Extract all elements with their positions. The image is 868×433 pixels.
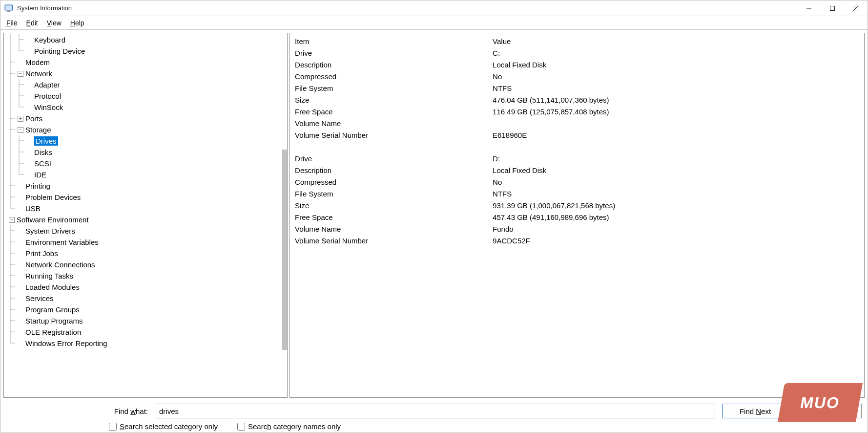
tree-item-printing[interactable]: Printing [4, 180, 287, 192]
detail-row[interactable]: DescriptionLocal Fixed Disk [295, 59, 859, 70]
tree-item-ports[interactable]: +Ports [4, 113, 287, 124]
detail-value: 457.43 GB (491,160,989,696 bytes) [493, 213, 859, 221]
detail-key: Volume Serial Number [295, 237, 493, 245]
tree-label: Network Connections [25, 260, 95, 269]
detail-row[interactable]: CompressedNo [295, 70, 859, 82]
tree-item-network[interactable]: −Network [4, 68, 287, 79]
tree-item-problem-devices[interactable]: Problem Devices [4, 192, 287, 203]
tree-label: Startup Programs [25, 317, 83, 325]
detail-row[interactable]: Size476.04 GB (511,141,007,360 bytes) [295, 94, 859, 106]
tree-item-windows-error-reporting[interactable]: Windows Error Reporting [4, 338, 287, 349]
detail-row[interactable]: DriveC: [295, 47, 859, 59]
svg-rect-3 [6, 12, 11, 12]
tree-item-network-connections[interactable]: Network Connections [4, 259, 287, 270]
detail-key: File System [295, 190, 493, 198]
tree-item-keyboard[interactable]: Keyboard [4, 34, 287, 45]
collapse-icon[interactable]: − [18, 71, 23, 77]
detail-key: Free Space [295, 213, 493, 221]
search-selected-only-checkbox[interactable]: Search selected category only [109, 422, 218, 431]
tree-item-scsi[interactable]: SCSI [4, 158, 287, 169]
detail-value: Local Fixed Disk [493, 61, 859, 69]
detail-key: Volume Serial Number [295, 131, 493, 139]
detail-key: Description [295, 61, 493, 69]
search-category-names-only-checkbox[interactable]: Search category names only [237, 422, 341, 431]
find-label: Find what: [6, 407, 148, 415]
tree-item-modem[interactable]: Modem [4, 57, 287, 68]
detail-key: File System [295, 84, 493, 92]
tree-label: IDE [34, 171, 46, 179]
tree-item-adapter[interactable]: Adapter [4, 79, 287, 90]
tree-label: Modem [25, 58, 50, 66]
tree-item-startup-programs[interactable]: Startup Programs [4, 315, 287, 326]
detail-key: Description [295, 166, 493, 174]
menu-view[interactable]: View [47, 19, 62, 27]
tree-pane: KeyboardPointing DeviceModem−NetworkAdap… [3, 33, 288, 398]
expand-icon[interactable]: + [18, 116, 23, 122]
detail-row[interactable]: DriveD: [295, 152, 859, 164]
tree-item-software-environment[interactable]: −Software Environment [4, 214, 287, 225]
detail-header: ItemValue [295, 35, 859, 47]
find-next-button[interactable]: Find Next [722, 404, 788, 418]
tree-item-print-jobs[interactable]: Print Jobs [4, 248, 287, 259]
tree-label: Problem Devices [25, 193, 81, 201]
menubar: File Edit View Help [0, 16, 868, 30]
tree-item-ole-registration[interactable]: OLE Registration [4, 326, 287, 338]
tree-item-environment-variables[interactable]: Environment Variables [4, 237, 287, 248]
collapse-icon[interactable]: − [9, 217, 15, 223]
menu-file[interactable]: File [6, 19, 18, 27]
tree-item-loaded-modules[interactable]: Loaded Modules [4, 281, 287, 293]
tree-item-program-groups[interactable]: Program Groups [4, 304, 287, 315]
detail-value: No [493, 178, 859, 186]
menu-help[interactable]: Help [70, 19, 84, 27]
tree-item-usb[interactable]: USB [4, 203, 287, 214]
detail-value: C: [493, 49, 859, 57]
maximize-button[interactable] [821, 0, 844, 16]
find-input[interactable] [155, 404, 715, 418]
tree-label: WinSock [34, 103, 63, 111]
detail-list[interactable]: ItemValueDriveC:DescriptionLocal Fixed D… [290, 33, 864, 397]
detail-row[interactable]: File SystemNTFS [295, 188, 859, 199]
tree-item-ide[interactable]: IDE [4, 169, 287, 180]
menu-edit[interactable]: Edit [26, 19, 38, 27]
detail-row[interactable]: File SystemNTFS [295, 82, 859, 94]
detail-row[interactable]: Volume Name [295, 117, 859, 129]
close-button[interactable] [844, 0, 868, 16]
tree-item-protocol[interactable]: Protocol [4, 90, 287, 102]
detail-row[interactable] [295, 141, 859, 152]
tree-item-pointing-device[interactable]: Pointing Device [4, 45, 287, 57]
category-tree[interactable]: KeyboardPointing DeviceModem−NetworkAdap… [4, 33, 287, 397]
tree-scrollbar-thumb[interactable] [282, 150, 287, 350]
close-find-button[interactable]: Close Find [795, 404, 862, 418]
detail-row[interactable]: Free Space116.49 GB (125,075,857,408 byt… [295, 106, 859, 117]
collapse-icon[interactable]: − [18, 127, 23, 133]
tree-label: Software Environment [17, 216, 89, 224]
detail-row[interactable]: Size931.39 GB (1,000,067,821,568 bytes) [295, 199, 859, 211]
detail-value: 116.49 GB (125,075,857,408 bytes) [493, 108, 859, 116]
detail-row[interactable]: CompressedNo [295, 176, 859, 188]
tree-item-winsock[interactable]: WinSock [4, 102, 287, 113]
tree-item-services[interactable]: Services [4, 293, 287, 304]
detail-key: Size [295, 201, 493, 210]
tree-label: Protocol [34, 92, 61, 100]
detail-row[interactable]: Volume NameFundo [295, 223, 859, 235]
detail-row[interactable]: Free Space457.43 GB (491,160,989,696 byt… [295, 211, 859, 223]
window-title: System Information [17, 4, 72, 12]
tree-item-drives[interactable]: Drives [4, 135, 287, 147]
tree-item-disks[interactable]: Disks [4, 147, 287, 158]
minimize-button[interactable] [797, 0, 821, 16]
content-area: KeyboardPointing DeviceModem−NetworkAdap… [0, 30, 868, 401]
detail-value: 9ACDC52F [493, 237, 859, 245]
detail-key: Free Space [295, 108, 493, 116]
tree-item-system-drivers[interactable]: System Drivers [4, 225, 287, 237]
svg-rect-1 [5, 5, 12, 10]
detail-row[interactable]: DescriptionLocal Fixed Disk [295, 164, 859, 176]
detail-key: Volume Name [295, 225, 493, 233]
svg-rect-2 [7, 11, 10, 12]
tree-item-running-tasks[interactable]: Running Tasks [4, 270, 287, 281]
detail-row[interactable]: Volume Serial NumberE618960E [295, 129, 859, 141]
tree-label: Drives [34, 136, 58, 146]
tree-item-storage[interactable]: −Storage [4, 124, 287, 135]
titlebar[interactable]: System Information [0, 0, 868, 16]
detail-pane: ItemValueDriveC:DescriptionLocal Fixed D… [289, 33, 865, 398]
detail-row[interactable]: Volume Serial Number9ACDC52F [295, 235, 859, 246]
